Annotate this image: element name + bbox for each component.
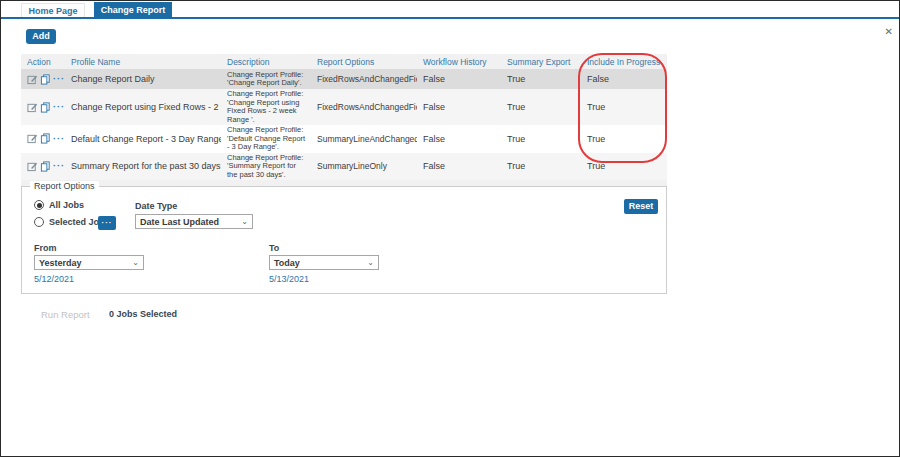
copy-icon[interactable]	[40, 102, 51, 113]
profile-name-cell: Change Report using Fixed Rows - 2 wee	[65, 89, 221, 125]
workflow-history-cell: False	[417, 125, 501, 153]
to-value: Today	[274, 258, 300, 268]
copy-icon[interactable]	[40, 161, 51, 172]
table-header-row: Action Profile Name Description Report O…	[21, 54, 667, 69]
reset-button[interactable]: Reset	[624, 199, 658, 214]
include-in-progress-cell: True	[581, 125, 667, 153]
summary-export-cell: True	[501, 69, 581, 89]
table-row[interactable]: ··· Default Change Report - 3 Day Range …	[21, 125, 667, 153]
tab-home-page[interactable]: Home Page	[21, 3, 85, 17]
col-header-workflow-history[interactable]: Workflow History	[417, 54, 501, 69]
tab-change-report[interactable]: Change Report	[94, 2, 172, 17]
report-options-panel: Report Options All Jobs Selected Jobs ··…	[21, 186, 667, 294]
col-header-profile-name[interactable]: Profile Name	[65, 54, 221, 69]
edit-icon[interactable]	[27, 74, 38, 85]
all-jobs-label: All Jobs	[49, 200, 84, 210]
profile-name-cell: Default Change Report - 3 Day Range	[65, 125, 221, 153]
table-row[interactable]: ··· Change Report using Fixed Rows - 2 w…	[21, 89, 667, 125]
col-header-description[interactable]: Description	[221, 54, 311, 69]
close-icon[interactable]: ✕	[885, 26, 893, 37]
date-type-dropdown[interactable]: Date Last Updated ⌄	[135, 214, 253, 229]
to-label: To	[269, 243, 279, 253]
include-in-progress-cell: False	[581, 69, 667, 89]
include-in-progress-cell: True	[581, 153, 667, 181]
more-actions-icon[interactable]: ···	[53, 136, 65, 142]
col-header-summary-export[interactable]: Summary Export	[501, 54, 581, 69]
description-cell: Change Report Profile: 'Default Change R…	[221, 125, 311, 153]
report-options-cell: FixedRowsAndChangedFields	[311, 69, 417, 89]
description-cell: Change Report Profile: 'Change Report us…	[221, 89, 311, 125]
workflow-history-cell: False	[417, 153, 501, 181]
summary-export-cell: True	[501, 125, 581, 153]
tab-underline	[1, 17, 899, 19]
to-dropdown[interactable]: Today ⌄	[269, 255, 379, 270]
browse-jobs-button[interactable]: ···	[98, 216, 116, 230]
add-button[interactable]: Add	[26, 29, 56, 44]
edit-icon[interactable]	[27, 133, 38, 144]
table-row[interactable]: ··· Summary Report for the past 30 days …	[21, 153, 667, 181]
description-cell: Change Report Profile: 'Change Report Da…	[221, 69, 311, 89]
table-row[interactable]: ··· Change Report Daily Change Report Pr…	[21, 69, 667, 89]
report-options-cell: SummaryLineOnly	[311, 153, 417, 181]
radio-unselected-icon[interactable]	[34, 217, 44, 227]
workflow-history-cell: False	[417, 69, 501, 89]
profile-name-cell: Change Report Daily	[65, 69, 221, 89]
copy-icon[interactable]	[40, 74, 51, 85]
edit-icon[interactable]	[27, 161, 38, 172]
change-report-window: Home Page Change Report ✕ Add Action Pro…	[0, 0, 900, 457]
from-label: From	[34, 243, 57, 253]
col-header-action[interactable]: Action	[21, 54, 65, 69]
from-date: 5/12/2021	[34, 274, 74, 284]
description-cell: Change Report Profile: 'Summary Report f…	[221, 153, 311, 181]
summary-export-cell: True	[501, 153, 581, 181]
date-type-value: Date Last Updated	[140, 217, 219, 227]
include-in-progress-cell: True	[581, 89, 667, 125]
jobs-selected-text: 0 Jobs Selected	[109, 309, 177, 319]
report-options-cell: SummaryLineAndChangedFields	[311, 125, 417, 153]
chevron-down-icon: ⌄	[367, 260, 374, 266]
profiles-table: Action Profile Name Description Report O…	[21, 54, 667, 187]
report-options-cell: FixedRowsAndChangedFields	[311, 89, 417, 125]
profile-name-cell: Summary Report for the past 30 days	[65, 153, 221, 181]
edit-icon[interactable]	[27, 102, 38, 113]
col-header-report-options[interactable]: Report Options	[311, 54, 417, 69]
more-actions-icon[interactable]: ···	[53, 104, 65, 110]
run-report-button[interactable]: Run Report	[41, 309, 90, 320]
date-type-label: Date Type	[135, 201, 177, 211]
col-header-include-in-progress[interactable]: Include In Progress	[581, 54, 667, 69]
more-actions-icon[interactable]: ···	[53, 163, 65, 169]
ellipsis-icon: ···	[102, 220, 113, 226]
chevron-down-icon: ⌄	[132, 260, 139, 266]
chevron-down-icon: ⌄	[241, 219, 248, 225]
radio-selected-icon[interactable]	[34, 200, 44, 210]
copy-icon[interactable]	[40, 133, 51, 144]
report-options-legend: Report Options	[30, 181, 99, 191]
summary-export-cell: True	[501, 89, 581, 125]
from-value: Yesterday	[39, 258, 82, 268]
all-jobs-radio[interactable]: All Jobs	[34, 200, 84, 210]
from-dropdown[interactable]: Yesterday ⌄	[34, 255, 144, 270]
to-date: 5/13/2021	[269, 274, 309, 284]
more-actions-icon[interactable]: ···	[53, 76, 65, 82]
workflow-history-cell: False	[417, 89, 501, 125]
